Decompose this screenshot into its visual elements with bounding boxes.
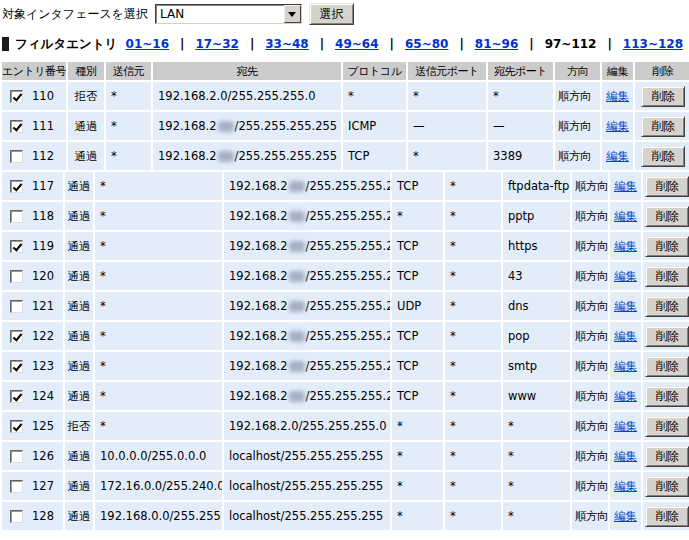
type-cell: 通過 bbox=[65, 262, 93, 290]
pagination-separator: | bbox=[459, 37, 463, 51]
entry-cell: 123 bbox=[2, 352, 63, 380]
row-checkbox[interactable] bbox=[10, 330, 23, 343]
row-checkbox[interactable] bbox=[10, 150, 23, 163]
destination-prefix: 192.168.2 bbox=[229, 329, 288, 343]
destination-prefix: 192.168.2 bbox=[229, 209, 288, 223]
pagination: 01~16|17~32|33~48|49~64|65~80|81~96|97~1… bbox=[126, 37, 687, 51]
delete-button[interactable]: 削除 bbox=[645, 476, 689, 497]
dest-port-cell: dns bbox=[503, 292, 570, 320]
delete-cell: 削除 bbox=[643, 262, 689, 290]
edit-link[interactable]: 編集 bbox=[614, 509, 637, 524]
row-checkbox[interactable] bbox=[10, 180, 23, 193]
type-cell: 通過 bbox=[65, 352, 93, 380]
section-titlebar: フィルタエントリ 01~16|17~32|33~48|49~64|65~80|8… bbox=[2, 36, 687, 52]
column-header: 送信元ポート bbox=[408, 62, 486, 80]
type-cell: 通過 bbox=[65, 202, 93, 230]
row-checkbox[interactable] bbox=[10, 90, 23, 103]
destination-value: 192.168.2/255.255.255.255 bbox=[229, 209, 390, 223]
edit-link[interactable]: 編集 bbox=[614, 359, 637, 374]
destination-cell: 192.168.2/255.255.255.255 bbox=[224, 202, 390, 230]
edit-link[interactable]: 編集 bbox=[614, 269, 637, 284]
row-checkbox[interactable] bbox=[10, 240, 23, 253]
pagination-page-link[interactable]: 113~128 bbox=[623, 37, 683, 51]
edit-link[interactable]: 編集 bbox=[606, 149, 629, 164]
row-checkbox[interactable] bbox=[10, 480, 23, 493]
edit-link[interactable]: 編集 bbox=[614, 419, 637, 434]
table-row: 110拒否*192.168.2.0/255.255.255.0***順方向編集削… bbox=[2, 82, 687, 110]
delete-button[interactable]: 削除 bbox=[645, 176, 689, 197]
edit-link[interactable]: 編集 bbox=[606, 119, 629, 134]
dest-port-cell: * bbox=[503, 502, 570, 530]
entry-cell: 112 bbox=[2, 142, 66, 170]
type-cell: 通過 bbox=[68, 142, 104, 170]
row-checkbox[interactable] bbox=[10, 420, 23, 433]
redacted-ip-blur bbox=[289, 241, 305, 252]
edit-link[interactable]: 編集 bbox=[614, 239, 637, 254]
pagination-page-link[interactable]: 33~48 bbox=[265, 37, 308, 51]
delete-button[interactable]: 削除 bbox=[645, 386, 689, 407]
pagination-page-link[interactable]: 65~80 bbox=[405, 37, 448, 51]
delete-button[interactable]: 削除 bbox=[645, 236, 689, 257]
delete-button[interactable]: 削除 bbox=[645, 446, 689, 467]
pagination-page-link[interactable]: 01~16 bbox=[126, 37, 169, 51]
destination-value: 192.168.2/255.255.255.255 bbox=[229, 239, 390, 253]
row-checkbox[interactable] bbox=[10, 510, 23, 523]
type-cell: 拒否 bbox=[68, 82, 104, 110]
protocol-cell: TCP bbox=[392, 262, 443, 290]
delete-button[interactable]: 削除 bbox=[645, 356, 689, 377]
delete-button[interactable]: 削除 bbox=[645, 206, 689, 227]
edit-cell: 編集 bbox=[610, 412, 641, 440]
destination-suffix: /255.255.255.255 bbox=[306, 329, 390, 343]
table-row: 126通過10.0.0.0/255.0.0.0localhost/255.255… bbox=[2, 442, 687, 470]
edit-link[interactable]: 編集 bbox=[606, 89, 629, 104]
delete-button[interactable]: 削除 bbox=[645, 266, 689, 287]
combo-dropdown-button[interactable] bbox=[284, 5, 301, 23]
delete-button[interactable]: 削除 bbox=[641, 146, 685, 167]
destination-value: 192.168.2/255.255.255.255 bbox=[229, 329, 390, 343]
entry-cell: 127 bbox=[2, 472, 63, 500]
row-checkbox[interactable] bbox=[10, 210, 23, 223]
delete-button[interactable]: 削除 bbox=[645, 296, 689, 317]
dest-port-cell: 43 bbox=[503, 262, 570, 290]
destination-prefix: 192.168.2 bbox=[229, 299, 288, 313]
column-header: 削除 bbox=[635, 62, 689, 80]
delete-button[interactable]: 削除 bbox=[645, 506, 689, 527]
delete-button[interactable]: 削除 bbox=[641, 86, 685, 107]
edit-link[interactable]: 編集 bbox=[614, 329, 637, 344]
delete-button[interactable]: 削除 bbox=[645, 326, 689, 347]
destination-cell: 192.168.2/255.255.255.255 bbox=[224, 322, 390, 350]
row-checkbox[interactable] bbox=[10, 120, 23, 133]
edit-link[interactable]: 編集 bbox=[614, 209, 637, 224]
source-port-cell: * bbox=[445, 382, 501, 410]
interface-select-label: 対象インタフェースを選択 bbox=[2, 6, 148, 23]
type-cell: 拒否 bbox=[65, 412, 93, 440]
entry-number: 118 bbox=[32, 209, 54, 223]
protocol-cell: ICMP bbox=[343, 112, 406, 140]
row-checkbox[interactable] bbox=[10, 450, 23, 463]
source-cell: * bbox=[95, 262, 222, 290]
row-checkbox[interactable] bbox=[10, 300, 23, 313]
delete-button[interactable]: 削除 bbox=[641, 116, 685, 137]
source-port-cell: * bbox=[445, 352, 501, 380]
table-row: 118通過*192.168.2/255.255.255.255**pptp順方向… bbox=[2, 202, 687, 230]
column-header: 宛先ポート bbox=[488, 62, 553, 80]
delete-cell: 削除 bbox=[643, 472, 689, 500]
direction-cell: 順方向 bbox=[572, 292, 608, 320]
edit-link[interactable]: 編集 bbox=[614, 299, 637, 314]
pagination-page-link[interactable]: 17~32 bbox=[195, 37, 238, 51]
select-button[interactable]: 選択 bbox=[309, 3, 354, 25]
entry-cell: 111 bbox=[2, 112, 66, 140]
pagination-page-link[interactable]: 49~64 bbox=[335, 37, 378, 51]
interface-select[interactable]: LAN bbox=[155, 4, 302, 24]
pagination-page-link[interactable]: 81~96 bbox=[475, 37, 518, 51]
row-checkbox[interactable] bbox=[10, 360, 23, 373]
edit-link[interactable]: 編集 bbox=[614, 449, 637, 464]
edit-link[interactable]: 編集 bbox=[614, 179, 637, 194]
destination-cell: 192.168.2/255.255.255.255 bbox=[224, 352, 390, 380]
row-checkbox[interactable] bbox=[10, 390, 23, 403]
column-header: 種別 bbox=[68, 62, 104, 80]
delete-button[interactable]: 削除 bbox=[645, 416, 689, 437]
row-checkbox[interactable] bbox=[10, 270, 23, 283]
edit-link[interactable]: 編集 bbox=[614, 479, 637, 494]
edit-link[interactable]: 編集 bbox=[614, 389, 637, 404]
